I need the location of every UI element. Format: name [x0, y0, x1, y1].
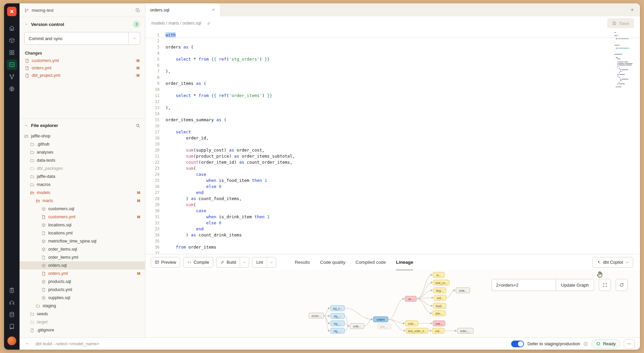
code-line-32[interactable]: 32 else 0: [145, 220, 640, 226]
code-line-14[interactable]: 14: [145, 111, 640, 117]
code-line-24[interactable]: 24 case: [145, 171, 640, 178]
code-line-16[interactable]: 16: [145, 123, 640, 129]
breadcrumb[interactable]: models / marts / orders.sql: [151, 21, 201, 26]
lineage-node-new-cu[interactable]: new_cu...: [433, 280, 449, 285]
search-icon[interactable]: [136, 123, 140, 128]
tree-item-analyses[interactable]: analyses: [20, 148, 145, 156]
code-line-19[interactable]: 19: [145, 141, 640, 147]
tree-item-models[interactable]: modelsM: [20, 189, 145, 197]
lineage-node-orde[interactable]: orde...: [456, 288, 470, 293]
tree-item-jaffle-shop[interactable]: jaffle-shop: [20, 132, 145, 140]
tree-item-orders-yml[interactable]: orders.ymlM: [20, 269, 145, 278]
tab-compiled-code[interactable]: Compiled code: [355, 254, 386, 270]
code-line-3[interactable]: 3orders as (: [145, 44, 640, 50]
changed-file-customers-yml[interactable]: customers.ymlM: [20, 57, 145, 64]
nav-develop[interactable]: [6, 59, 17, 70]
code-line-20[interactable]: 20 sum(supply_cost) as order_cost,: [145, 147, 640, 153]
changed-file-dbt-project-yml[interactable]: dbt_project.ymlM: [20, 72, 145, 79]
code-line-15[interactable]: 15order_items_summary as (: [145, 117, 640, 123]
user-avatar[interactable]: [7, 336, 17, 346]
nav-orchestration[interactable]: [6, 71, 17, 82]
code-line-27[interactable]: 27 end: [145, 190, 640, 196]
tree-item-gitignore[interactable]: .gitignore: [20, 326, 145, 334]
code-line-6[interactable]: 6: [145, 62, 640, 68]
lineage-node-stg[interactable]: stg_...: [330, 328, 345, 333]
tree-item-target[interactable]: target: [20, 318, 145, 326]
defer-toggle[interactable]: [511, 341, 524, 347]
code-line-1[interactable]: 1with: [145, 32, 640, 38]
tree-item-customers-sql[interactable]: customers.sql: [20, 205, 145, 213]
code-line-10[interactable]: 10: [145, 87, 640, 93]
code-line-26[interactable]: 26 else 0: [145, 184, 640, 190]
nav-explore[interactable]: [6, 84, 17, 94]
code-line-13[interactable]: 13),: [145, 105, 640, 111]
lineage-node-order[interactable]: order_...: [457, 328, 473, 333]
code-line-34[interactable]: 34 ) as count_drink_items: [145, 232, 640, 238]
nav-apps[interactable]: [6, 47, 17, 58]
code-line-36[interactable]: 36 from order_items: [145, 244, 640, 250]
nav-docs[interactable]: [6, 321, 17, 332]
nav-tasks[interactable]: [6, 285, 17, 296]
code-line-29[interactable]: 29 sum(: [145, 202, 640, 208]
lineage-node-food[interactable]: food...: [433, 303, 446, 309]
tree-item-supplies-sql[interactable]: supplies.sql: [20, 294, 145, 302]
lint-button[interactable]: Lint: [253, 257, 267, 267]
tree-item-locations-sql[interactable]: locations.sql: [20, 221, 145, 229]
tree-item-macros[interactable]: macros: [20, 181, 145, 189]
fullscreen-button[interactable]: [599, 279, 611, 291]
code-editor[interactable]: 1with23orders as (45 select * from {{ re…: [145, 30, 640, 254]
save-button[interactable]: Save: [607, 18, 634, 28]
tree-item-order-items-yml[interactable]: order_items.yml: [20, 253, 145, 261]
lineage-node-test[interactable]: test_...: [378, 324, 391, 329]
minimap[interactable]: [614, 32, 634, 90]
tab-orders-sql[interactable]: orders.sql: [145, 3, 221, 16]
code-line-18[interactable]: 18 order_id,: [145, 135, 640, 141]
refresh-graph-button[interactable]: [616, 279, 628, 291]
tree-item-data-tests[interactable]: data-tests: [20, 156, 145, 164]
lineage-node-stg-o[interactable]: stg_o...: [330, 306, 345, 311]
tree-item-seeds[interactable]: seeds: [20, 310, 145, 318]
dbt-logo[interactable]: [7, 7, 17, 16]
info-icon[interactable]: [583, 342, 588, 346]
tab-lineage[interactable]: Lineage: [396, 254, 413, 270]
changed-file-orders-yml[interactable]: orders.ymlM: [20, 64, 145, 72]
tree-item-products-yml[interactable]: products.yml: [20, 286, 145, 294]
code-line-2[interactable]: 2: [145, 38, 640, 44]
lineage-node-ord[interactable]: ord...: [432, 328, 444, 333]
more-options-button[interactable]: [624, 339, 635, 349]
lineage-node-ecom[interactable]: ecom...: [309, 313, 324, 318]
chevron-down-icon[interactable]: [133, 36, 137, 40]
code-line-33[interactable]: 33 end: [145, 226, 640, 232]
build-options-button[interactable]: [240, 257, 249, 267]
code-line-17[interactable]: 17 select: [145, 129, 640, 135]
code-line-11[interactable]: 11 select * from {{ ref('order_items') }…: [145, 93, 640, 99]
code-line-5[interactable]: 5 select * from {{ ref('stg_orders') }}: [145, 56, 640, 62]
tree-item-products-sql[interactable]: products.sql: [20, 278, 145, 286]
file-explorer-header[interactable]: File explorer: [20, 118, 145, 131]
lint-options-button[interactable]: [267, 257, 276, 267]
lineage-node-larg[interactable]: larg...: [433, 288, 446, 293]
command-input[interactable]: dbt build --select <model_name>: [35, 341, 99, 346]
version-control-header[interactable]: Version control 3: [20, 17, 145, 31]
new-tab-button[interactable]: [630, 7, 635, 12]
tree-item-metricflow-time-spine-sql[interactable]: metricflow_time_spine.sql: [20, 237, 145, 245]
code-line-28[interactable]: 28 ) as count_food_items,: [145, 196, 640, 202]
code-line-31[interactable]: 31 when is_drink_item then 1: [145, 214, 640, 220]
lineage-node-orde[interactable]: orde...: [350, 323, 364, 329]
branch-name[interactable]: mwong-test: [32, 8, 133, 13]
tree-item-customers-yml[interactable]: customers.ymlM: [20, 213, 145, 221]
code-line-35[interactable]: 35: [145, 238, 640, 244]
code-line-23[interactable]: 23 sum(: [145, 165, 640, 171]
code-line-9[interactable]: 9order_items as (: [145, 81, 640, 87]
lineage-node-or[interactable]: or...: [433, 272, 444, 278]
tree-item-order-items-sql[interactable]: order_items.sql: [20, 245, 145, 253]
code-line-37[interactable]: 37: [145, 250, 640, 254]
lineage-node-drin[interactable]: drin...: [433, 311, 445, 316]
code-line-8[interactable]: 8: [145, 74, 640, 81]
nav-support[interactable]: [6, 297, 17, 308]
tree-item-staging[interactable]: staging: [20, 302, 145, 310]
status-badge[interactable]: Ready: [591, 339, 620, 349]
nav-home[interactable]: [6, 23, 17, 34]
nav-environments[interactable]: [6, 309, 17, 320]
tree-item-github[interactable]: .github: [20, 140, 145, 148]
